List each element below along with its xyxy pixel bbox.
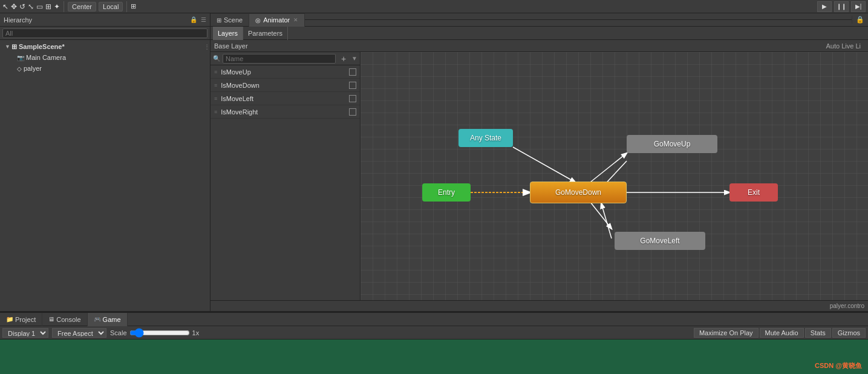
breadcrumb: Base Layer <box>214 42 248 50</box>
animator-section: ⊞ Scene ◎ Animator ✕ 🔒 Layers <box>210 13 868 311</box>
param-row-3[interactable]: ≡ IsMoveRight <box>210 105 360 119</box>
param-dropdown-icon[interactable]: ▼ <box>351 55 357 62</box>
hierarchy-tree: ▼ ⊞ SampleScene* ⋮ 📷 Main Camera ◇ palye… <box>0 40 210 311</box>
drag-icon: ≡ <box>214 69 217 75</box>
cursor-icon: ↖ <box>2 2 8 11</box>
tab-console[interactable]: 🖥 Console <box>42 313 87 326</box>
drag-icon-2: ≡ <box>214 96 217 102</box>
console-label: Console <box>56 316 80 323</box>
step-button[interactable]: ▶| <box>851 1 866 12</box>
animator-tab-label: Animator <box>263 16 290 24</box>
param-checkbox-3[interactable] <box>349 108 356 116</box>
camera-label: Main Camera <box>26 54 66 61</box>
play-button[interactable]: ▶ <box>817 1 832 12</box>
param-name-3: IsMoveRight <box>221 108 349 116</box>
parameters-label: Parameters <box>248 30 282 37</box>
add-param-button[interactable]: + <box>338 53 349 64</box>
game-toolbar: Display 1 Free Aspect Scale 1x Maximize … <box>0 326 868 340</box>
parameters-tab[interactable]: Parameters <box>243 27 288 40</box>
tab-project[interactable]: 📁 Project <box>0 313 42 326</box>
graph-canvas[interactable]: Entry Any State GoMoveDown Exit <box>361 52 868 300</box>
tree-item-player[interactable]: ◇ palyer <box>0 63 210 74</box>
node-any-state[interactable]: Any State <box>458 129 513 147</box>
node-go-move-left[interactable]: GoMoveLeft <box>615 232 705 250</box>
animator-lock[interactable]: 🔒 <box>852 16 868 24</box>
display-select[interactable]: Display 1 <box>2 328 48 338</box>
param-search-bar: 🔍 + ▼ <box>210 52 360 65</box>
pause-button[interactable]: ❙❙ <box>834 1 849 12</box>
node-entry[interactable]: Entry <box>422 183 471 202</box>
scene-menu[interactable]: ⋮ <box>204 44 210 50</box>
tab-spacer <box>305 19 852 20</box>
separator2 <box>126 1 127 12</box>
menu-icon[interactable]: ☰ <box>201 16 206 23</box>
animator-panel: Layers Parameters Base Layer Auto Live L… <box>210 27 868 300</box>
scale-container: Scale 1x <box>110 328 199 338</box>
param-name-0: IsMoveUp <box>221 68 349 76</box>
hierarchy-search-bar <box>0 27 210 40</box>
lower-tab-bar: 📁 Project 🖥 Console 🎮 Game <box>0 313 868 326</box>
animator-tab-close[interactable]: ✕ <box>293 17 298 23</box>
expand-arrow: ▼ <box>5 44 10 50</box>
lower-section: 📁 Project 🖥 Console 🎮 Game Display 1 Fre… <box>0 312 868 374</box>
param-checkbox-0[interactable] <box>349 68 356 76</box>
layers-label: Layers <box>218 30 238 37</box>
console-icon: 🖥 <box>48 316 54 323</box>
scene-root[interactable]: ▼ ⊞ SampleScene* ⋮ <box>0 41 210 52</box>
main-area: Hierarchy 🔒 ☰ ▼ ⊞ SampleScene* ⋮ 📷 Main … <box>0 13 868 374</box>
tab-animator[interactable]: ◎ Animator ✕ <box>249 13 305 27</box>
aspect-select[interactable]: Free Aspect <box>52 328 106 338</box>
mute-button[interactable]: Mute Audio <box>760 328 804 338</box>
camera-icon: 📷 <box>17 54 24 61</box>
main-toolbar: ↖ ✥ ↺ ⤡ ▭ ⊞ ✦ Center Local ⊞ ▶ ❙❙ ▶| <box>0 0 868 13</box>
tab-bar: ⊞ Scene ◎ Animator ✕ 🔒 <box>210 13 868 27</box>
gizmos-button[interactable]: Gizmos <box>832 328 866 338</box>
animator-tab-icon: ◎ <box>255 17 261 24</box>
go-move-left-label: GoMoveLeft <box>640 237 679 245</box>
auto-live-label: Auto Live Li <box>826 42 864 50</box>
drag-icon-1: ≡ <box>214 82 217 88</box>
watermark: CSDN @黄晓鱼 <box>815 361 862 370</box>
scene-tab-label: Scene <box>224 16 243 24</box>
hierarchy-search-input[interactable] <box>2 28 207 38</box>
scale-slider[interactable] <box>129 328 190 338</box>
node-go-move-down[interactable]: GoMoveDown <box>530 182 627 203</box>
param-row-0[interactable]: ≡ IsMoveUp <box>210 65 360 79</box>
maximize-button[interactable]: Maximize On Play <box>694 328 759 338</box>
grid-icon: ⊞ <box>131 2 136 10</box>
local-button[interactable]: Local <box>99 2 123 11</box>
param-checkbox-1[interactable] <box>349 82 356 89</box>
any-state-label: Any State <box>470 134 501 142</box>
project-icon: 📁 <box>6 316 13 323</box>
scene-icon: ⊞ <box>11 43 17 51</box>
tab-game[interactable]: 🎮 Game <box>88 313 128 326</box>
project-label: Project <box>15 316 36 323</box>
transform-icon: ⊞ <box>45 2 51 11</box>
node-go-move-up[interactable]: GoMoveUp <box>627 135 717 153</box>
lock-icon[interactable]: 🔒 <box>190 16 197 23</box>
scene-name: SampleScene* <box>19 43 65 50</box>
go-move-up-label: GoMoveUp <box>654 140 691 148</box>
hierarchy-panel: Hierarchy 🔒 ☰ ▼ ⊞ SampleScene* ⋮ 📷 Main … <box>0 13 210 311</box>
player-icon: ◇ <box>17 65 22 72</box>
param-row-2[interactable]: ≡ IsMoveLeft <box>210 92 360 105</box>
status-text: palyer.contro <box>830 303 864 309</box>
upper-section: Hierarchy 🔒 ☰ ▼ ⊞ SampleScene* ⋮ 📷 Main … <box>0 13 868 312</box>
scene-tab-icon: ⊞ <box>217 17 221 24</box>
param-checkbox-2[interactable] <box>349 95 356 102</box>
stats-button[interactable]: Stats <box>805 328 831 338</box>
rotate-icon: ↺ <box>19 2 25 11</box>
right-buttons: Maximize On Play Mute Audio Stats Gizmos <box>694 328 866 338</box>
param-search-input[interactable] <box>223 54 336 64</box>
node-exit[interactable]: Exit <box>729 183 778 202</box>
game-content: CSDN @黄晓鱼 <box>0 340 868 374</box>
layers-tab[interactable]: Layers <box>213 27 243 40</box>
exit-label: Exit <box>748 188 760 197</box>
entry-label: Entry <box>438 188 455 197</box>
param-row-1[interactable]: ≡ IsMoveDown <box>210 79 360 92</box>
animator-toolbar: Layers Parameters <box>210 27 868 40</box>
tree-item-main-camera[interactable]: 📷 Main Camera <box>0 52 210 63</box>
custom-icon: ✦ <box>54 2 60 11</box>
tab-scene[interactable]: ⊞ Scene <box>210 13 249 27</box>
center-button[interactable]: Center <box>68 2 96 11</box>
